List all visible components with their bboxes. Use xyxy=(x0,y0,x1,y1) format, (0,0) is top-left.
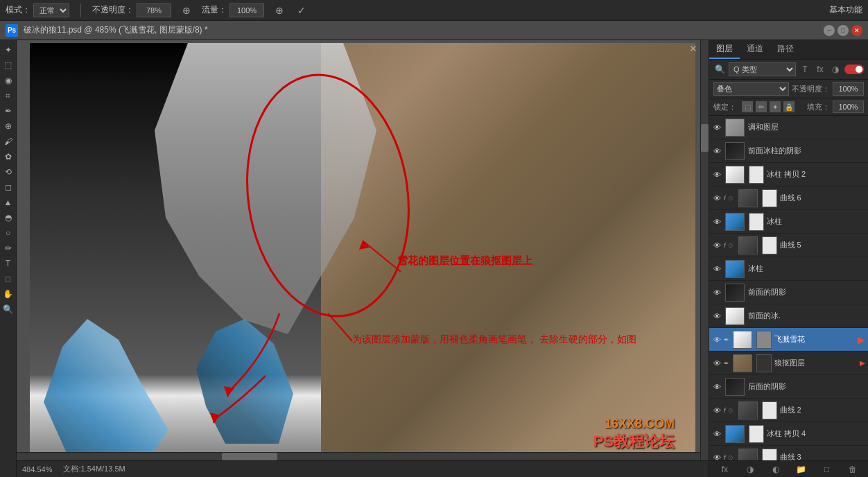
layer-item-wolf[interactable]: 👁 ✒ 狼抠图层 ▶ xyxy=(709,352,868,375)
layer-item-ice1[interactable]: 👁 冰柱 xyxy=(709,210,868,234)
lock-position[interactable]: ✦ xyxy=(770,101,781,112)
fill-tool[interactable]: ▲ xyxy=(1,196,15,209)
mode-select[interactable]: 正常 xyxy=(33,3,69,17)
layer-item-ice-copy2[interactable]: 👁 冰柱 拷贝 2 xyxy=(709,163,868,187)
eye-icon[interactable]: 👁 xyxy=(712,382,722,392)
tab-paths[interactable]: 路径 xyxy=(770,40,801,59)
pen-tool[interactable]: ✏ xyxy=(1,241,15,255)
lock-transparent[interactable]: ⬚ xyxy=(742,101,753,112)
eye-icon[interactable]: 👁 xyxy=(712,193,722,203)
layer-item-shadow-front[interactable]: 👁 前面冰柱的阴影 xyxy=(709,139,868,163)
select-tool[interactable]: ⬚ xyxy=(1,58,15,72)
chain-icon: ⊙ xyxy=(728,454,735,461)
layer-name: 曲线 2 xyxy=(780,405,865,415)
layer-mask-thumbnail xyxy=(749,213,764,231)
tool-icon3[interactable]: ✓ xyxy=(295,3,309,17)
layer-thumbnail xyxy=(733,354,752,372)
layer-panel-bottom: fx ◑ ◐ 📁 □ 🗑 xyxy=(709,460,868,477)
brush-tool[interactable]: 🖌 xyxy=(1,135,15,148)
opacity-input[interactable] xyxy=(833,82,864,96)
move-tool[interactable]: ✦ xyxy=(1,43,15,57)
history-tool[interactable]: ⟲ xyxy=(1,165,15,179)
maximize-button[interactable]: □ xyxy=(837,25,849,36)
heal-tool[interactable]: ⊕ xyxy=(1,119,15,133)
lock-all[interactable]: 🔒 xyxy=(783,101,795,112)
horizontal-scrollbar-thumb[interactable] xyxy=(222,453,277,460)
layer-name: 后面的阴影 xyxy=(748,381,865,392)
eye-icon[interactable]: 👁 xyxy=(712,429,722,439)
fill-input[interactable] xyxy=(833,101,864,113)
eye-icon[interactable]: 👁 xyxy=(712,406,722,415)
flow-input[interactable] xyxy=(229,3,264,17)
add-mask-button[interactable]: ◑ xyxy=(743,463,757,476)
hand-tool[interactable]: ✋ xyxy=(1,287,15,301)
tool-icon1[interactable]: ⊕ xyxy=(180,3,193,17)
fx-icon: f xyxy=(724,454,726,461)
crop-tool[interactable]: ⌗ xyxy=(1,89,15,103)
layer-item-curve6[interactable]: 👁 f ⊙ 曲线 6 xyxy=(709,187,868,210)
canvas-close-button[interactable]: ✕ xyxy=(688,43,699,54)
delete-layer-button[interactable]: 🗑 xyxy=(846,463,860,476)
blend-mode-bar: 叠色 不透明度： xyxy=(709,80,868,98)
lock-image[interactable]: ✏ xyxy=(756,101,767,112)
eye-icon[interactable]: 👁 xyxy=(712,453,722,461)
tool-icon2[interactable]: ⊕ xyxy=(272,3,286,17)
layer-mask-thumbnail xyxy=(762,236,777,254)
dodge-tool[interactable]: ○ xyxy=(1,226,15,240)
opacity-input[interactable] xyxy=(137,3,171,17)
wolf-link-icon: ✒ xyxy=(724,360,729,367)
layer-item-ice2[interactable]: 👁 冰柱 xyxy=(709,257,868,281)
new-group-button[interactable]: 📁 xyxy=(795,463,808,476)
lock-icons: ⬚ ✏ ✦ 🔒 xyxy=(742,101,795,112)
eraser-tool[interactable]: ◻ xyxy=(1,180,15,194)
eye-icon[interactable]: 👁 xyxy=(712,146,722,156)
close-button[interactable]: ✕ xyxy=(851,25,862,36)
vertical-scrollbar[interactable] xyxy=(700,40,709,460)
layer-item-adjust[interactable]: 👁 调和图层 xyxy=(709,116,868,139)
eye-icon[interactable]: 👁 xyxy=(712,217,722,227)
fx-icon: f xyxy=(724,242,726,249)
eye-icon[interactable]: 👁 xyxy=(712,288,722,297)
fx-button[interactable]: fx xyxy=(718,463,731,476)
fx-icon-snow: ✒ xyxy=(724,336,729,343)
text-tool[interactable]: T xyxy=(1,257,15,270)
eye-icon[interactable]: 👁 xyxy=(712,264,722,274)
layer-item-shadow-back[interactable]: 👁 后面的阴影 xyxy=(709,375,868,399)
layer-item-snow-active[interactable]: 👁 ✒ 飞溅雪花 ▶ xyxy=(709,328,868,352)
filter-toggle[interactable] xyxy=(844,64,864,74)
blur-tool[interactable]: ◓ xyxy=(1,211,15,225)
clone-tool[interactable]: ✿ xyxy=(1,150,15,164)
layer-item-curve2[interactable]: 👁 f ⊙ 曲线 2 xyxy=(709,399,868,422)
tab-channels[interactable]: 通道 xyxy=(740,40,770,59)
layer-item-curve5[interactable]: 👁 f ⊙ 曲线 5 xyxy=(709,234,868,257)
filter-type-select[interactable]: Q 类型 xyxy=(729,62,796,76)
eyedropper-tool[interactable]: ✒ xyxy=(1,104,15,118)
tab-layers[interactable]: 图层 xyxy=(709,40,740,59)
horizontal-scrollbar[interactable] xyxy=(17,452,700,460)
window-controls: ─ □ ✕ xyxy=(824,25,862,36)
layer-mask-thumbnail xyxy=(762,449,777,461)
new-layer-button[interactable]: □ xyxy=(820,463,834,476)
eye-icon[interactable]: 👁 xyxy=(712,311,722,321)
new-fill-button[interactable]: ◐ xyxy=(769,463,783,476)
main-layout: ✦ ⬚ ◉ ⌗ ✒ ⊕ 🖌 ✿ ⟲ ◻ ▲ ◓ ○ ✏ T □ ✋ 🔍 xyxy=(0,40,868,477)
eye-icon[interactable]: 👁 xyxy=(712,358,722,368)
zoom-tool[interactable]: 🔍 xyxy=(1,302,15,316)
lasso-tool[interactable]: ◉ xyxy=(1,73,15,87)
eye-icon[interactable]: 👁 xyxy=(712,123,722,132)
layer-item-curve3[interactable]: 👁 f ⊙ 曲线 3 xyxy=(709,446,868,460)
vertical-scrollbar-thumb[interactable] xyxy=(701,124,709,152)
flow-label: 流量： xyxy=(202,4,227,16)
layer-item-ice-front[interactable]: 👁 前面的冰. xyxy=(709,304,868,328)
shape-tool[interactable]: □ xyxy=(1,272,15,286)
layer-item-ice-copy4[interactable]: 👁 冰柱 拷贝 4 xyxy=(709,422,868,446)
blend-mode-select[interactable]: 叠色 xyxy=(713,82,789,96)
chain-icon: ⊙ xyxy=(728,242,735,249)
layer-thumbnail xyxy=(733,331,752,349)
layer-item-shadow2[interactable]: 👁 前面的阴影 xyxy=(709,281,868,304)
eye-icon[interactable]: 👁 xyxy=(712,335,722,345)
layer-thumbnail xyxy=(725,213,745,231)
eye-icon[interactable]: 👁 xyxy=(712,170,722,180)
minimize-button[interactable]: ─ xyxy=(824,25,835,36)
eye-icon[interactable]: 👁 xyxy=(712,241,722,250)
